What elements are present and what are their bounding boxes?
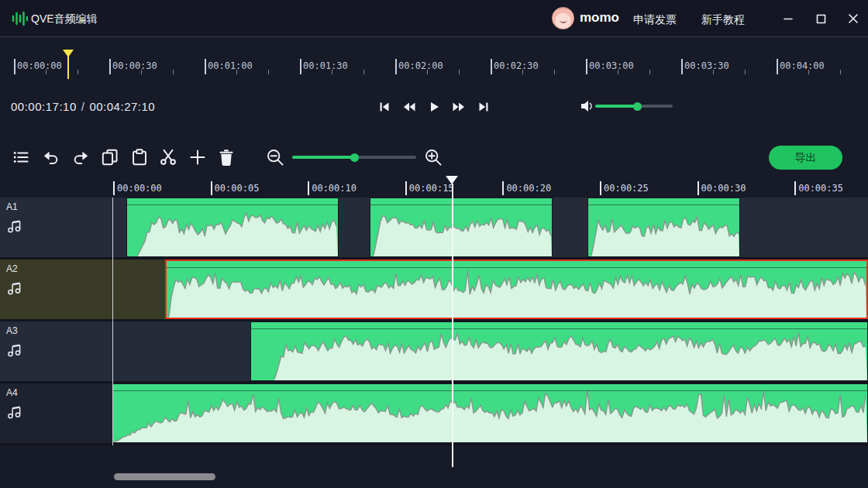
delete-button[interactable]	[216, 147, 236, 167]
track-ruler-tick	[308, 181, 309, 195]
tracks-area: A1	[0, 198, 868, 445]
ruler-minor-tick	[46, 70, 46, 74]
ruler-minor-tick	[268, 70, 269, 74]
paste-button[interactable]	[129, 147, 150, 167]
total-time: 00:04:27:10	[89, 100, 155, 113]
track-header-a3[interactable]: A3	[0, 321, 112, 381]
ruler-minor-tick	[459, 70, 460, 74]
track-list-button[interactable]	[11, 147, 31, 167]
volume-slider-thumb[interactable]	[633, 102, 642, 111]
ruler-minor-tick	[745, 70, 746, 74]
menu-apply-invoice[interactable]: 申请发票	[633, 13, 677, 27]
close-button[interactable]	[843, 9, 863, 28]
titlebar: QVE音频编辑 momo 申请发票 新手教程	[0, 0, 868, 37]
track-label: A3	[6, 325, 112, 336]
waveform	[370, 198, 552, 256]
track-ruler-tick	[502, 181, 504, 195]
track-lane-a4[interactable]	[112, 383, 868, 443]
cut-button[interactable]	[158, 147, 178, 167]
ruler-minor-tick	[173, 70, 174, 74]
play-button[interactable]	[425, 98, 443, 116]
track-header-a2[interactable]: A2	[0, 259, 112, 319]
track-ruler-label: 00:00:15	[409, 183, 454, 194]
track-ruler-tick	[698, 181, 699, 195]
track-label: A1	[6, 201, 112, 212]
playhead-line	[452, 184, 453, 467]
track-ruler-label: 00:00:00	[117, 183, 162, 194]
ruler-label: 00:01:30	[303, 60, 348, 71]
undo-button[interactable]	[41, 147, 61, 167]
audio-clip-a3-1[interactable]	[250, 321, 868, 381]
ruler-label: 00:03:00	[589, 60, 634, 71]
audio-clip-a1-1[interactable]	[126, 198, 339, 257]
add-button[interactable]	[188, 147, 208, 167]
redo-button[interactable]	[71, 147, 91, 167]
zoom-slider[interactable]	[292, 156, 416, 159]
clip-gain-line[interactable]	[113, 390, 867, 391]
audio-clip-a4-1[interactable]	[112, 383, 868, 443]
audio-clip-a1-2[interactable]	[370, 198, 553, 257]
waveform	[251, 322, 867, 380]
zoom-slider-thumb[interactable]	[350, 153, 359, 162]
track-lane-a3[interactable]	[112, 321, 868, 381]
track-lane-a1[interactable]	[112, 198, 868, 257]
skip-start-button[interactable]	[375, 98, 394, 116]
track-header-a4[interactable]: A4	[0, 383, 112, 443]
waveform	[127, 198, 338, 256]
ruler-tick	[681, 59, 683, 74]
ruler-tick	[300, 59, 301, 74]
marker-stem	[67, 54, 69, 79]
ruler-minor-tick	[840, 70, 841, 74]
user-avatar[interactable]	[552, 7, 574, 29]
track-row-a1: A1	[0, 198, 868, 257]
rewind-button[interactable]	[400, 98, 418, 116]
zoom-slider-fill	[292, 156, 354, 159]
track-ruler-label: 00:00:10	[312, 183, 356, 194]
minimize-button[interactable]	[778, 9, 798, 28]
menu-beginner-tutorial[interactable]: 新手教程	[701, 13, 745, 27]
volume-icon[interactable]	[580, 98, 595, 114]
clip-gain-line[interactable]	[588, 204, 739, 205]
export-button[interactable]: 导出	[769, 146, 842, 170]
ruler-tick	[586, 59, 587, 74]
track-label: A4	[6, 387, 112, 398]
skip-end-button[interactable]	[474, 98, 493, 116]
maximize-button[interactable]	[811, 9, 831, 28]
audio-clip-a2-1[interactable]	[165, 259, 868, 319]
zoom-in-button[interactable]	[423, 147, 443, 167]
track-row-a4: A4	[0, 383, 868, 443]
ruler-label: 00:00:00	[17, 60, 62, 71]
track-ruler-tick	[600, 181, 601, 195]
ruler-label: 00:00:30	[112, 60, 157, 71]
waveform	[167, 261, 866, 318]
waveform	[588, 198, 739, 256]
zoom-out-button[interactable]	[265, 147, 285, 167]
clip-gain-line[interactable]	[167, 267, 866, 268]
current-time: 00:00:17:10	[11, 100, 77, 113]
volume-slider[interactable]	[595, 105, 673, 108]
clip-gain-line[interactable]	[370, 204, 552, 205]
track-ruler-label: 00:00:05	[215, 183, 260, 194]
track-ruler-tick	[794, 181, 796, 195]
copy-button[interactable]	[100, 147, 120, 167]
app-title: QVE音频编辑	[31, 12, 98, 26]
horizontal-scrollbar-thumb[interactable]	[114, 473, 215, 480]
track-header-a1[interactable]: A1	[0, 198, 112, 257]
track-ruler-tick	[211, 181, 212, 195]
username[interactable]: momo	[580, 10, 619, 26]
main-timeline-ruler[interactable]: 00:00:00 00:00:30 00:01:00 00:01:30 00:0…	[0, 37, 868, 85]
ruler-tick	[395, 59, 397, 74]
waveform	[113, 384, 867, 442]
track-timeline-ruler[interactable]: 00:00:00 00:00:05 00:00:10 00:00:15 00:0…	[0, 177, 868, 198]
clip-gain-line[interactable]	[127, 204, 338, 205]
ruler-minor-tick	[713, 70, 714, 74]
ruler-minor-tick	[236, 70, 237, 74]
clip-gain-line[interactable]	[251, 328, 867, 329]
music-note-icon	[6, 342, 23, 359]
audio-clip-a1-3[interactable]	[587, 198, 740, 257]
track-lane-a2[interactable]	[112, 259, 868, 319]
track-ruler-tick	[405, 181, 407, 195]
fast-forward-button[interactable]	[450, 98, 468, 116]
music-note-icon	[6, 218, 23, 235]
time-separator: /	[81, 100, 85, 113]
